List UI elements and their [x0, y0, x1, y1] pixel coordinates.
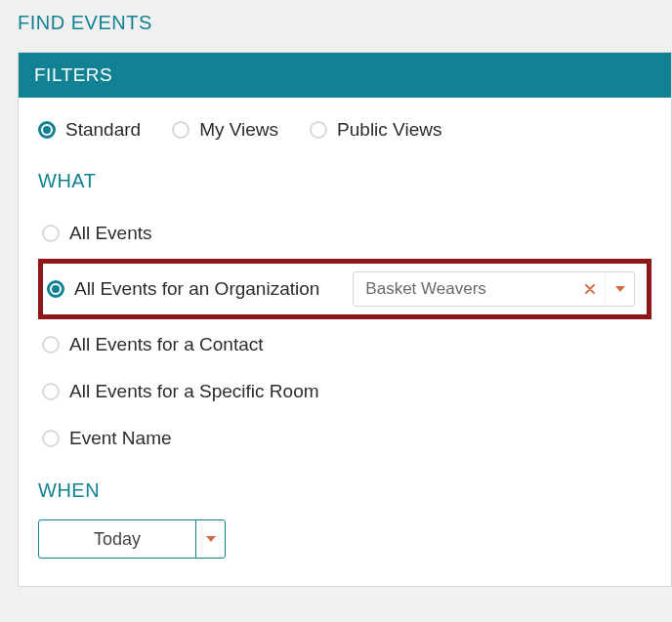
chevron-down-icon[interactable] — [195, 520, 225, 558]
radio-icon — [47, 280, 64, 298]
chevron-down-icon[interactable] — [605, 272, 634, 306]
view-label: Standard — [65, 119, 141, 141]
filters-body: Standard My Views Public Views WHAT All … — [19, 98, 671, 586]
radio-icon — [38, 121, 56, 139]
page-title: FIND EVENTS — [18, 12, 672, 34]
when-value[interactable]: Today — [39, 520, 195, 558]
what-option-contact[interactable]: All Events for a Contact — [38, 321, 651, 368]
view-label: My Views — [199, 119, 278, 141]
clear-icon[interactable] — [575, 272, 605, 306]
radio-icon — [310, 121, 327, 139]
filters-panel: FILTERS Standard My Views Public Views W… — [18, 52, 672, 587]
what-option-label: All Events for a Contact — [69, 334, 264, 355]
organization-select[interactable]: Basket Weavers — [353, 271, 635, 307]
radio-icon — [42, 430, 60, 447]
organization-value: Basket Weavers — [354, 272, 575, 306]
what-option-label: All Events — [69, 223, 151, 244]
radio-icon — [42, 225, 60, 242]
filters-header: FILTERS — [19, 53, 671, 98]
what-option-room[interactable]: All Events for a Specific Room — [38, 368, 651, 415]
what-section-label: WHAT — [38, 170, 651, 192]
what-option-label: All Events for a Specific Room — [69, 381, 319, 402]
radio-icon — [172, 121, 189, 139]
what-option-event-name[interactable]: Event Name — [38, 415, 651, 462]
view-standard[interactable]: Standard — [38, 119, 141, 141]
view-label: Public Views — [337, 119, 441, 141]
what-option-label: All Events for an Organization — [74, 278, 319, 300]
radio-icon — [42, 383, 60, 400]
when-select[interactable]: Today — [38, 519, 226, 559]
what-option-all-events[interactable]: All Events — [38, 210, 651, 257]
views-row: Standard My Views Public Views — [38, 119, 651, 141]
what-option-org[interactable]: All Events for an Organization Basket We… — [38, 259, 651, 319]
view-my-views[interactable]: My Views — [172, 119, 278, 141]
when-section-label: WHEN — [38, 479, 651, 502]
what-option-label: Event Name — [69, 428, 172, 449]
view-public-views[interactable]: Public Views — [310, 119, 441, 141]
radio-icon — [42, 336, 60, 353]
